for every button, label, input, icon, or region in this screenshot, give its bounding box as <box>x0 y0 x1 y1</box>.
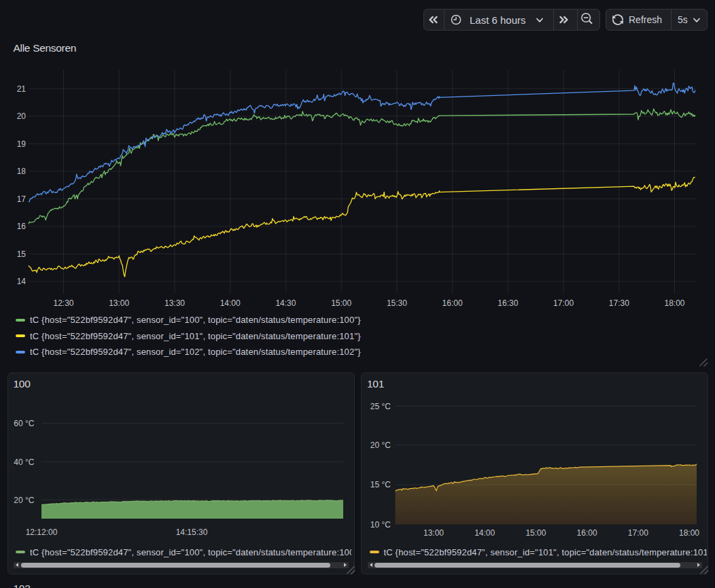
svg-text:16: 16 <box>17 222 27 231</box>
svg-text:12:30: 12:30 <box>53 298 73 308</box>
svg-text:15: 15 <box>17 249 27 259</box>
svg-text:16:00: 16:00 <box>577 528 597 538</box>
svg-text:10 °C: 10 °C <box>370 520 391 530</box>
svg-text:20: 20 <box>17 111 27 121</box>
svg-text:25 °C: 25 °C <box>370 402 391 411</box>
svg-text:14:00: 14:00 <box>220 298 241 308</box>
svg-text:18: 18 <box>17 167 27 176</box>
svg-text:14:30: 14:30 <box>275 298 296 308</box>
svg-text:16:30: 16:30 <box>498 298 518 308</box>
svg-text:19: 19 <box>17 139 27 149</box>
svg-text:16:00: 16:00 <box>442 298 463 308</box>
svg-text:13:00: 13:00 <box>423 528 444 538</box>
svg-text:15:00: 15:00 <box>331 298 351 308</box>
svg-text:15:00: 15:00 <box>525 528 546 538</box>
svg-text:40 °C: 40 °C <box>14 457 34 467</box>
svg-text:12:12:00: 12:12:00 <box>26 528 58 537</box>
svg-text:20 °C: 20 °C <box>370 440 391 450</box>
svg-text:14: 14 <box>17 277 27 286</box>
svg-text:60 °C: 60 °C <box>14 419 34 428</box>
svg-text:21: 21 <box>17 84 27 94</box>
svg-text:17:00: 17:00 <box>628 528 648 538</box>
svg-text:18:00: 18:00 <box>664 298 684 308</box>
svg-text:14:15:30: 14:15:30 <box>176 528 208 537</box>
svg-text:15 °C: 15 °C <box>370 480 391 489</box>
svg-text:17: 17 <box>17 194 27 204</box>
svg-text:17:30: 17:30 <box>609 298 629 308</box>
svg-text:15:30: 15:30 <box>387 298 407 308</box>
svg-text:20 °C: 20 °C <box>14 496 34 505</box>
svg-text:17:00: 17:00 <box>553 298 574 308</box>
svg-text:14:00: 14:00 <box>474 528 495 538</box>
svg-text:18:00: 18:00 <box>679 528 699 538</box>
svg-text:13:30: 13:30 <box>164 298 185 308</box>
svg-text:13:00: 13:00 <box>109 298 129 308</box>
